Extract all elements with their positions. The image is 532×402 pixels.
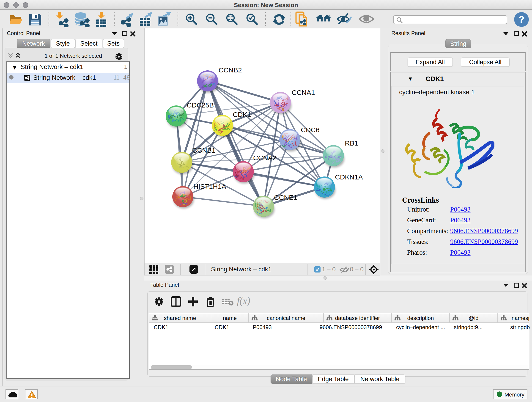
svg-text:CDC6: CDC6	[301, 126, 320, 134]
svg-text:CCNA1: CCNA1	[292, 89, 315, 96]
svg-text:CDC25B: CDC25B	[187, 101, 214, 109]
svg-text:CCNE1: CCNE1	[274, 194, 298, 201]
svg-text:CDK1: CDK1	[233, 111, 251, 118]
svg-text:CCNB2: CCNB2	[219, 66, 242, 74]
svg-text:CDKN1A: CDKN1A	[335, 173, 363, 181]
svg-text:CCNB1: CCNB1	[192, 147, 215, 154]
svg-text:?: ?	[519, 14, 525, 25]
svg-text:RB1: RB1	[345, 139, 358, 147]
svg-text:CCNA2: CCNA2	[253, 154, 277, 162]
svg-text:HIST1H1A: HIST1H1A	[193, 183, 226, 190]
